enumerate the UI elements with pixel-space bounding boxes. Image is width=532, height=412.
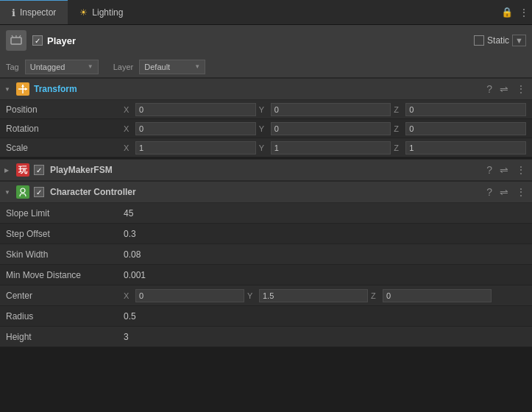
center-y-input[interactable] [259,289,368,302]
transform-settings-icon[interactable]: ⇌ [498,83,510,95]
transform-icon [16,82,29,96]
center-vec3: X Y Z [124,289,492,302]
radius-label: Radius [6,311,124,322]
tab-inspector[interactable]: ℹ Inspector [0,0,68,24]
rotation-x-label: X [124,124,132,133]
min-move-distance-row: Min Move Distance 0.001 [0,265,532,285]
char-ctrl-properties: Slope Limit 45 Step Offset 0.3 Skin Widt… [0,203,532,347]
scale-z-input[interactable] [405,141,526,154]
rotation-label: Rotation [6,124,124,134]
tab-lighting[interactable]: ☀ Lighting [68,0,135,24]
menu-icon[interactable]: ⋮ [519,7,529,18]
gameobject-name-row: ✓ Player [32,35,468,46]
min-move-distance-label: Min Move Distance [6,270,124,280]
min-move-distance-value: 0.001 [124,270,146,280]
svg-point-8 [21,188,25,193]
tag-layer-row: Tag Untagged ▼ Layer Default ▼ [0,56,532,78]
char-ctrl-title: Character Controller [50,187,480,197]
static-dropdown-arrow[interactable]: ▼ [512,35,526,46]
char-ctrl-menu-icon[interactable]: ⋮ [514,186,528,198]
playmaker-section-header: ▶ 玩 ✓ PlayMakerFSM ? ⇌ ⋮ [0,159,532,181]
rotation-z-input[interactable] [405,122,526,135]
lighting-tab-icon: ☀ [79,7,88,18]
skin-width-row: Skin Width 0.08 [0,244,532,265]
lock-icon[interactable]: 🔒 [501,7,513,18]
skin-width-label: Skin Width [6,249,124,260]
skin-width-value: 0.08 [124,249,141,260]
rotation-values: X Y Z [124,122,526,135]
tag-value: Untagged [30,63,65,71]
svg-rect-0 [11,38,21,44]
slope-limit-value: 45 [124,208,133,219]
scale-row: Scale X Y Z [0,138,532,157]
transform-collapse-arrow[interactable]: ▼ [4,86,12,93]
scale-y-input[interactable] [271,141,391,154]
scale-x-label: X [124,143,132,152]
scale-x-input[interactable] [135,141,256,154]
transform-properties: Position X Y Z Rotation X Y Z Scale X Y [0,100,532,157]
rotation-z-label: Z [394,124,402,133]
char-ctrl-collapse-arrow[interactable]: ▼ [4,189,12,196]
rotation-row: Rotation X Y Z [0,119,532,138]
position-z-input[interactable] [405,103,526,116]
scale-z-label: Z [394,143,402,152]
tag-label: Tag [6,63,19,71]
char-ctrl-section-header: ▼ ✓ Character Controller ? ⇌ ⋮ [0,181,532,203]
char-ctrl-actions: ? ⇌ ⋮ [485,186,528,198]
position-x-label: X [124,105,132,114]
transform-help-icon[interactable]: ? [485,83,494,95]
position-z-label: Z [394,105,402,114]
char-ctrl-active-checkbox[interactable]: ✓ [34,187,44,197]
static-label: Static [487,35,509,46]
position-x-input[interactable] [135,103,256,116]
height-label: Height [6,332,124,342]
center-z-input[interactable] [383,289,492,302]
transform-actions: ? ⇌ ⋮ [485,83,528,95]
center-x-input[interactable] [135,289,244,302]
radius-value: 0.5 [124,311,136,322]
scale-y-label: Y [259,143,268,152]
layer-label: Layer [113,63,134,71]
inspector-tab-label: Inspector [20,7,56,18]
char-ctrl-icon [16,185,29,199]
playmaker-active-checkbox[interactable]: ✓ [34,165,44,175]
gameobject-name: Player [47,35,76,46]
position-y-input[interactable] [271,103,391,116]
rotation-y-label: Y [259,124,268,133]
playmaker-collapse-arrow[interactable]: ▶ [4,167,12,174]
position-values: X Y Z [124,103,526,116]
playmaker-settings-icon[interactable]: ⇌ [498,164,510,176]
center-z-label: Z [371,291,380,300]
height-row: Height 3 [0,327,532,347]
active-checkbox[interactable]: ✓ [32,35,43,46]
rotation-x-input[interactable] [135,122,256,135]
svg-marker-6 [21,85,24,87]
inspector-tab-icon: ℹ [12,7,15,18]
static-section: Static ▼ [474,35,526,46]
tag-dropdown-arrow: ▼ [88,63,93,70]
playmaker-icon: 玩 [16,163,29,177]
playmaker-menu-icon[interactable]: ⋮ [514,164,528,176]
step-offset-row: Step Offset 0.3 [0,224,532,244]
char-ctrl-help-icon[interactable]: ? [485,186,494,198]
layer-value: Default [144,63,170,71]
slope-limit-label: Slope Limit [6,208,124,219]
playmaker-actions: ? ⇌ ⋮ [485,164,528,176]
position-row: Position X Y Z [0,100,532,119]
center-label: Center [6,291,124,301]
layer-dropdown[interactable]: Default ▼ [139,60,205,74]
center-row: Center X Y Z [0,285,532,306]
lighting-tab-label: Lighting [92,7,123,18]
playmaker-help-icon[interactable]: ? [485,164,494,176]
transform-title: Transform [34,84,480,94]
tag-dropdown[interactable]: Untagged ▼ [25,60,99,74]
transform-menu-icon[interactable]: ⋮ [514,83,528,95]
rotation-y-input[interactable] [271,122,391,135]
layer-dropdown-arrow: ▼ [194,63,200,70]
center-y-label: Y [247,291,256,300]
char-ctrl-settings-icon[interactable]: ⇌ [498,186,510,198]
tab-bar: ℹ Inspector ☀ Lighting 🔒 ⋮ [0,0,532,25]
gameobject-icon [6,30,26,51]
static-checkbox[interactable] [474,35,484,46]
transform-section-header: ▼ Transform ? ⇌ ⋮ [0,78,532,100]
